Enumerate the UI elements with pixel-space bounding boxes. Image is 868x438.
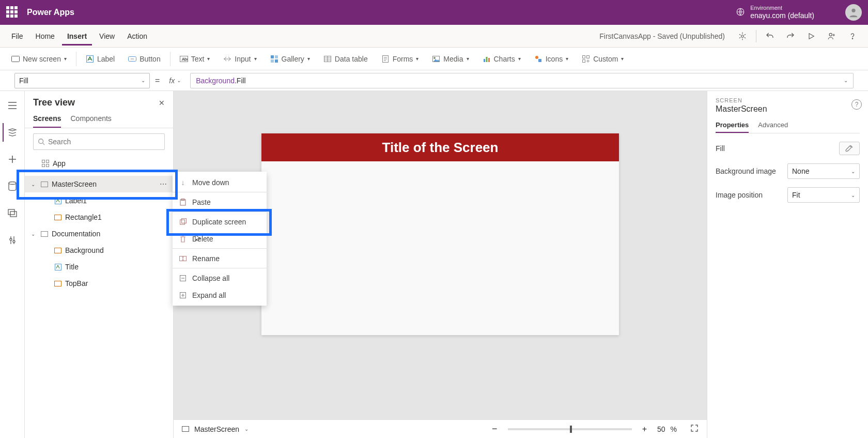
hamburger-icon[interactable]	[3, 96, 22, 115]
documentation-label: Documentation	[52, 230, 173, 238]
tree-view-title: Tree view	[33, 97, 75, 108]
tools-icon[interactable]	[3, 231, 22, 249]
treeview-icon[interactable]	[3, 123, 21, 142]
share-icon[interactable]	[823, 27, 841, 46]
formula-bar: Fill ⌄ = fx ⌄ Background.Fill ⌄	[0, 70, 868, 91]
media-dropdown[interactable]: Media ▾	[427, 52, 474, 66]
data-icon[interactable]	[3, 177, 22, 195]
search-input-wrapper[interactable]	[33, 133, 165, 150]
chevron-down-icon: ▾	[254, 56, 257, 62]
canvas-title-bar[interactable]: Title of the Screen	[261, 133, 619, 161]
rectangle-node-icon	[54, 248, 62, 253]
chevron-down-icon: ▾	[64, 56, 67, 62]
canvas-screen[interactable]: Title of the Screen	[261, 133, 619, 335]
zoom-out-button[interactable]: −	[492, 424, 498, 434]
menu-insert[interactable]: Insert	[62, 27, 92, 46]
chart-icon	[483, 55, 491, 63]
tree-node-label1[interactable]: Label1	[25, 192, 173, 209]
ctx-collapse-all[interactable]: Collapse all	[173, 269, 267, 286]
ctx-rename-label: Rename	[192, 254, 220, 263]
chevron-down-icon[interactable]: ⌄	[31, 231, 37, 237]
help-icon[interactable]	[843, 27, 862, 46]
rectangle1-label: Rectangle1	[65, 213, 173, 221]
text-dropdown[interactable]: Abc Text ▾	[175, 52, 215, 66]
tree-node-rectangle1[interactable]: Rectangle1	[25, 209, 173, 225]
zoom-value: 50	[657, 425, 665, 433]
tree-node-masterscreen[interactable]: ⌄ MasterScreen ⋯	[25, 176, 173, 192]
label-node-icon	[54, 198, 62, 204]
more-options-icon[interactable]: ⋯	[153, 180, 173, 188]
tree-node-app[interactable]: App	[25, 155, 173, 172]
button-button[interactable]: Button	[123, 52, 165, 66]
menu-home[interactable]: Home	[30, 27, 60, 46]
environment-selector[interactable]: Environment enayu.com (default)	[750, 5, 825, 20]
tree-node-documentation[interactable]: ⌄ Documentation	[25, 225, 173, 242]
datatable-button[interactable]: Data table	[318, 52, 373, 66]
zoom-slider-thumb[interactable]	[570, 426, 572, 433]
formula-input[interactable]: Background.Fill ⌄	[190, 73, 854, 88]
close-icon[interactable]: ✕	[159, 99, 165, 107]
property-selector[interactable]: Fill ⌄	[14, 73, 150, 88]
tab-components[interactable]: Components	[70, 110, 111, 128]
custom-dropdown[interactable]: Custom ▾	[577, 52, 629, 66]
zoom-in-button[interactable]: +	[642, 425, 647, 434]
menu-file[interactable]: File	[6, 27, 28, 46]
help-circle-icon[interactable]: ?	[851, 99, 862, 110]
title-label: Title	[65, 263, 173, 271]
media-panel-icon[interactable]	[3, 204, 22, 222]
redo-icon[interactable]	[781, 27, 800, 46]
new-screen-button[interactable]: New screen ▾	[6, 52, 72, 66]
tab-advanced[interactable]: Advanced	[758, 118, 788, 133]
svg-rect-39	[55, 215, 61, 220]
chevron-down-icon: ⌄	[141, 78, 145, 83]
svg-rect-43	[55, 281, 61, 286]
prop-fill-control[interactable]	[839, 142, 860, 155]
charts-dropdown[interactable]: Charts ▾	[477, 52, 526, 66]
fit-to-window-icon[interactable]	[690, 424, 699, 434]
app-checker-icon[interactable]	[733, 27, 752, 46]
tree-node-title[interactable]: Title	[25, 259, 173, 275]
paste-icon	[179, 198, 187, 206]
gallery-dropdown[interactable]: Gallery ▾	[265, 52, 315, 66]
property-selector-value: Fill	[19, 77, 28, 85]
menu-action[interactable]: Action	[122, 27, 152, 46]
ctx-paste[interactable]: Paste	[173, 193, 267, 210]
forms-dropdown[interactable]: Forms ▾	[376, 52, 424, 66]
search-input[interactable]	[48, 138, 160, 146]
new-screen-label: New screen	[23, 55, 61, 63]
move-down-icon: ↓	[179, 178, 187, 187]
input-dropdown[interactable]: Input ▾	[218, 52, 261, 66]
play-icon[interactable]	[802, 27, 820, 46]
chevron-down-icon: ⌄	[177, 78, 181, 83]
tree-node-topbar[interactable]: TopBar	[25, 275, 173, 292]
zoom-slider[interactable]	[508, 428, 632, 430]
app-status: FirstCanvasApp - Saved (Unpublished)	[599, 32, 725, 40]
insert-plus-icon[interactable]	[3, 150, 22, 169]
chevron-down-icon[interactable]: ⌄	[244, 426, 249, 432]
chevron-down-icon: ▾	[621, 56, 624, 62]
prop-imgpos-select[interactable]: Fit ⌄	[787, 187, 860, 203]
prop-fill-label: Fill	[716, 144, 725, 153]
icons-label: Icons	[546, 55, 563, 63]
ctx-rename[interactable]: Rename	[173, 250, 267, 267]
prop-bgimage-select[interactable]: None ⌄	[787, 163, 860, 179]
label-button[interactable]: Label	[81, 52, 120, 66]
ctx-delete[interactable]: Delete	[173, 230, 267, 247]
ctx-duplicate-screen[interactable]: Duplicate screen	[173, 213, 267, 230]
tree-node-background[interactable]: Background	[25, 242, 173, 259]
user-avatar[interactable]	[845, 4, 862, 21]
formula-expand-icon[interactable]: ⌄	[844, 78, 848, 83]
chevron-down-icon: ▾	[307, 56, 310, 62]
menu-view[interactable]: View	[94, 27, 120, 46]
tab-screens[interactable]: Screens	[33, 110, 61, 128]
color-picker-icon	[845, 144, 854, 153]
ctx-move-down[interactable]: ↓ Move down	[173, 174, 267, 191]
fx-button[interactable]: fx ⌄	[165, 77, 185, 85]
undo-icon[interactable]	[761, 27, 779, 46]
chevron-down-icon[interactable]: ⌄	[31, 182, 37, 187]
icons-dropdown[interactable]: Icons ▾	[529, 52, 574, 66]
status-screen-name[interactable]: MasterScreen	[194, 425, 239, 433]
tab-properties[interactable]: Properties	[716, 118, 749, 133]
ctx-expand-all[interactable]: Expand all	[173, 286, 267, 304]
app-launcher-icon[interactable]	[6, 6, 19, 19]
